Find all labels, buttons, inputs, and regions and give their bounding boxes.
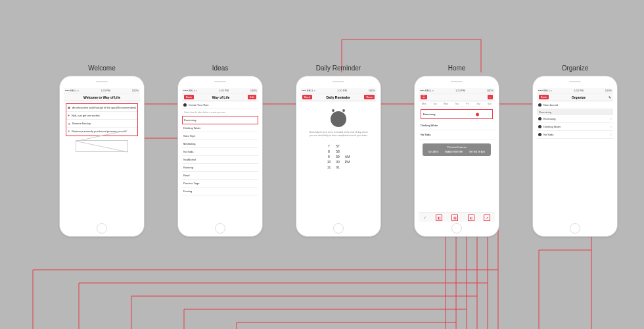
habit-row[interactable]: Drinking Water [419,121,495,130]
title: Organize [572,95,586,99]
title: Welcome to Way of Life [83,95,120,99]
done-button[interactable]: Done [364,95,375,99]
remaining-item[interactable]: Drinking Water≡ [537,123,613,131]
habit-row[interactable]: Exercising [421,109,493,119]
drag-handle-icon[interactable]: ≡ [610,117,612,120]
bottom-toolbar: ✓ ◧ ▦ ◐ ↗ [419,213,495,222]
welcome-item[interactable]: ☁Restore Backup [66,120,137,128]
section-header: Remaining [537,109,613,115]
plus-icon [183,103,187,107]
reminder-description: Generally it's best to be reminded at th… [302,131,375,137]
remaining-item[interactable]: No Soda≡ [537,131,613,139]
premium-feature: ENABLE RESTORE [445,151,463,153]
label-home: Home [414,64,499,72]
tb-check[interactable]: ✓ [423,215,426,220]
restore-icon: ☁ [68,122,70,125]
back-button[interactable]: Back [184,95,194,99]
menu-button[interactable]: ☰ [421,95,427,99]
image-placeholder [76,140,128,152]
navbar: ☰+ [419,93,495,101]
phone-home: ••••• BELL ≈1:20 PM100% ☰+ MonTueWedThuF… [414,76,499,237]
idea-item[interactable]: Goto Gym [182,132,258,140]
organize-item[interactable]: New Journal [537,101,613,109]
week-tabs[interactable]: MonTueWedThuFriSatSun [419,101,495,107]
skip-icon: ✈ [68,114,70,117]
title: Way of Life [212,95,229,99]
alarm-clock-icon [331,111,346,127]
navbar: BackOrganize✎ [537,93,613,101]
bullet-icon [538,125,541,128]
label-welcome: Welcome [59,64,145,72]
statusbar: ••••• BELL ≈1:20 PM100% [537,88,613,93]
edit-button[interactable]: Edit [248,95,256,99]
status-dot-icon [476,113,479,116]
navbar: BackWay of LifeEdit [182,93,258,101]
navbar: BackDaily ReminderDone [300,93,377,101]
label-organize: Organize [532,64,618,72]
phone-organize: ••••• BELL ≈1:20 PM100% BackOrganize✎ Ne… [532,76,618,237]
tb-btn-2[interactable]: ▦ [451,215,458,221]
title: Daily Reminder [326,95,350,99]
welcome-item[interactable]: ▦An interactive walkthrough of the app (… [66,104,137,112]
idea-item[interactable]: Meditating [182,140,258,148]
plus-icon [538,103,541,107]
edit-icon[interactable]: ✎ [609,95,611,99]
tb-btn-4[interactable]: ↗ [484,215,490,221]
idea-item[interactable]: Fasting [182,188,258,195]
idea-item[interactable]: Exercising [182,116,258,124]
statusbar: ••••• BELL ≈1:20 PM100% [300,88,377,93]
phone-ideas: ••••• BELL ≈1:20 PM100% BackWay of LifeE… [177,76,263,237]
back-button[interactable]: Back [539,95,549,99]
drag-handle-icon[interactable]: ≡ [610,125,612,128]
label-ideas: Ideas [177,64,263,72]
back-button[interactable]: Back [302,95,312,99]
walkthrough-icon: ▦ [68,106,70,109]
premium-banner[interactable]: Premium Features NO LIMITS ENABLE RESTOR… [423,143,491,156]
statusbar: ••••• BELL ≈1:20 PM100% [182,88,258,93]
tb-btn-3[interactable]: ◐ [468,215,474,221]
habit-row[interactable]: No Soda [419,130,495,139]
hint-text: Select from the ideas below or create yo… [182,109,258,116]
navbar: Welcome to Way of Life [64,93,140,101]
bullet-icon [538,117,541,120]
idea-item[interactable]: No Soda [182,148,258,156]
wireframe-canvas: Welcome ••••• BELL ≈1:20 PM100% Welcome … [0,0,644,329]
time-picker[interactable]: 7891011 5758590001 AMPM [302,143,375,170]
premium-feature: NO LIMITS [428,151,438,153]
create-own[interactable]: Create Your Own [182,101,258,109]
welcome-item[interactable]: ✈Nah, just get me started [66,112,137,120]
idea-item[interactable]: Read [182,172,258,180]
idea-item[interactable]: Drinking Water [182,124,258,132]
phone-welcome: ••••• BELL ≈1:20 PM100% Welcome to Way o… [59,76,145,237]
remaining-item[interactable]: Exercising≡ [537,115,613,123]
idea-item[interactable]: No Alcohol [182,156,258,164]
bullet-icon [538,133,541,136]
phone-reminder: ••••• BELL ≈1:20 PM100% BackDaily Remind… [296,76,381,237]
premium-title: Premium Features [425,146,488,149]
idea-item[interactable]: Practice Yoga [182,180,258,188]
drag-handle-icon[interactable]: ≡ [610,133,612,136]
purchase-icon: ↻ [68,130,70,133]
idea-item[interactable]: Running [182,164,258,172]
premium-feature: GET RID OF ADS [469,151,485,153]
statusbar: ••••• BELL ≈1:20 PM100% [64,88,140,93]
label-reminder: Daily Reminder [296,64,381,72]
add-button[interactable]: + [488,95,493,99]
statusbar: ••••• BELL ≈1:20 PM100% [419,88,495,93]
tb-btn-1[interactable]: ◧ [436,215,442,221]
